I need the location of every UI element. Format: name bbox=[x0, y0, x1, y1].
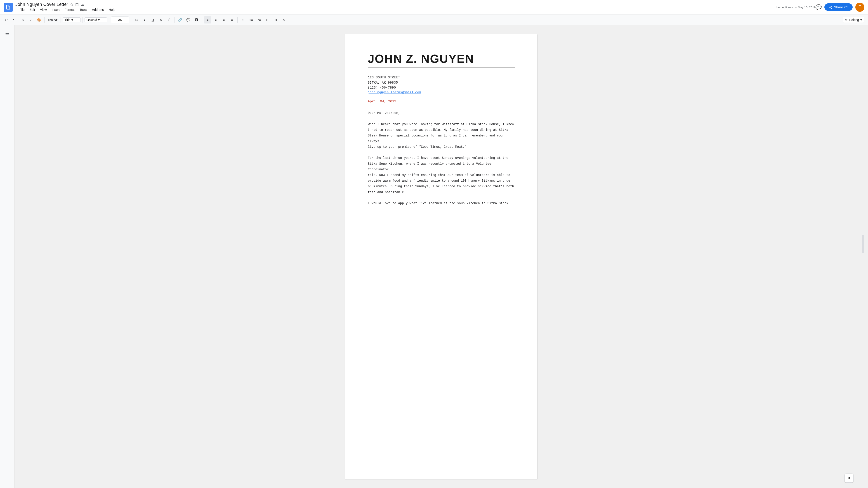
underline-button[interactable]: U bbox=[149, 16, 156, 24]
paint-format-button[interactable]: 🎨 bbox=[35, 16, 42, 24]
undo-button[interactable]: ↩ bbox=[3, 16, 10, 24]
editing-chevron: ▾ bbox=[860, 18, 862, 22]
share-label: Share bbox=[834, 5, 843, 9]
menu-bar: File Edit View Insert Format Tools Add-o… bbox=[17, 7, 118, 12]
menu-addons[interactable]: Add-ons bbox=[90, 7, 106, 12]
address-block: 123 SOUTH STREET SITKA, AK 99835 (123) 4… bbox=[368, 75, 515, 94]
title-icons: ☆ ⊡ ☁ bbox=[70, 2, 85, 7]
doc-title[interactable]: John Nguyen Cover Letter bbox=[16, 2, 68, 7]
doc-title-row: John Nguyen Cover Letter ☆ ⊡ ☁ bbox=[16, 2, 773, 7]
decrease-indent-button[interactable]: ⇤ bbox=[264, 16, 271, 24]
cloud-icon[interactable]: ☁ bbox=[81, 2, 85, 7]
paragraph-1: When I heard that you were looking for w… bbox=[368, 122, 515, 150]
menu-tools[interactable]: Tools bbox=[77, 7, 89, 12]
align-justify-button[interactable]: ≡ bbox=[228, 16, 236, 24]
toolbar-separator-3 bbox=[83, 17, 83, 23]
align-right-button[interactable]: ≡ bbox=[220, 16, 227, 24]
address-line-2: SITKA, AK 99835 bbox=[368, 80, 515, 85]
font-size-decrease[interactable]: − bbox=[111, 17, 117, 23]
zoom-value: 150% bbox=[48, 18, 56, 22]
print-button[interactable]: 🖨 bbox=[19, 16, 26, 24]
editing-mode-button[interactable]: ✏ Editing ▾ bbox=[843, 17, 864, 23]
outline-icon[interactable]: ☰ bbox=[3, 29, 11, 38]
toolbar-separator-1 bbox=[44, 17, 44, 23]
pencil-icon: ✏ bbox=[845, 18, 848, 22]
greeting-paragraph: Dear Ms. Jackson, bbox=[368, 110, 515, 116]
align-center-button[interactable]: ≡ bbox=[212, 16, 219, 24]
top-bar: John Nguyen Cover Letter ☆ ⊡ ☁ File Edit… bbox=[0, 0, 868, 14]
line-spacing-button[interactable]: ↕ bbox=[239, 16, 247, 24]
font-selector[interactable]: Oswald ▾ bbox=[85, 18, 107, 22]
style-value: Title bbox=[65, 18, 70, 22]
menu-edit[interactable]: Edit bbox=[27, 7, 37, 12]
align-left-button[interactable]: ≡ bbox=[204, 16, 211, 24]
font-size-area: − + bbox=[111, 17, 129, 23]
share-button[interactable]: Share 65 bbox=[825, 3, 852, 11]
address-line-1: 123 SOUTH STREET bbox=[368, 75, 515, 80]
document-page[interactable]: JOHN Z. NGUYEN 123 SOUTH STREET SITKA, A… bbox=[345, 34, 537, 479]
last-edit-area: Last edit was on May 10, 2019 bbox=[776, 5, 815, 9]
ai-icon: ✦ bbox=[847, 475, 851, 481]
font-size-increase[interactable]: + bbox=[123, 17, 129, 23]
paragraph-3: I would love to apply what I’ve learned … bbox=[368, 201, 515, 206]
sidebar: ☰ bbox=[0, 25, 14, 488]
highlight-button[interactable]: 🖊 bbox=[165, 16, 173, 24]
font-size-input[interactable] bbox=[117, 18, 123, 22]
numbered-list-button[interactable]: 1≡ bbox=[248, 16, 255, 24]
user-avatar[interactable]: T bbox=[855, 3, 864, 12]
ai-assistant-button[interactable]: ✦ bbox=[844, 474, 854, 483]
toolbar: ↩ ↪ 🖨 ✓ 🎨 150% ▾ Title ▾ Oswald ▾ − + B … bbox=[0, 14, 868, 25]
comment-icon[interactable]: 💬 bbox=[815, 4, 822, 10]
document-name: JOHN Z. NGUYEN bbox=[368, 53, 515, 65]
clear-format-button[interactable]: ✕ bbox=[280, 16, 287, 24]
folder-icon[interactable]: ⊡ bbox=[75, 2, 79, 7]
spellcheck-button[interactable]: ✓ bbox=[27, 16, 34, 24]
redo-button[interactable]: ↪ bbox=[11, 16, 18, 24]
toolbar-separator-5 bbox=[131, 17, 131, 23]
app-icon[interactable] bbox=[4, 3, 13, 12]
menu-format[interactable]: Format bbox=[62, 7, 77, 12]
bulleted-list-button[interactable]: •≡ bbox=[256, 16, 263, 24]
image-button[interactable]: 🖼 bbox=[193, 16, 200, 24]
toolbar-separator-4 bbox=[109, 17, 109, 23]
bold-button[interactable]: B bbox=[133, 16, 140, 24]
main-area: JOHN Z. NGUYEN 123 SOUTH STREET SITKA, A… bbox=[14, 25, 868, 488]
menu-help[interactable]: Help bbox=[106, 7, 118, 12]
style-selector[interactable]: Title ▾ bbox=[63, 18, 81, 22]
doc-title-area: John Nguyen Cover Letter ☆ ⊡ ☁ File Edit… bbox=[16, 2, 773, 12]
last-edit: Last edit was on May 10, 2019 bbox=[776, 6, 815, 9]
font-value: Oswald bbox=[87, 18, 97, 22]
text-color-button[interactable]: A bbox=[157, 16, 164, 24]
scroll-indicator[interactable] bbox=[862, 235, 864, 253]
style-chevron: ▾ bbox=[71, 18, 73, 22]
increase-indent-button[interactable]: ⇥ bbox=[272, 16, 279, 24]
font-chevron: ▾ bbox=[98, 18, 100, 22]
document-divider bbox=[368, 68, 515, 68]
user-initial: T bbox=[859, 5, 861, 9]
zoom-selector[interactable]: 150% ▾ bbox=[46, 18, 59, 22]
toolbar-separator-8 bbox=[237, 17, 238, 23]
header-right: 💬 Share 65 T bbox=[815, 3, 864, 12]
toolbar-separator-6 bbox=[175, 17, 175, 23]
menu-view[interactable]: View bbox=[38, 7, 49, 12]
toolbar-separator-7 bbox=[202, 17, 202, 23]
share-count: 65 bbox=[844, 5, 848, 9]
comment-add-button[interactable]: 💬 bbox=[185, 16, 192, 24]
paragraph-2: For the last three years, I have spent S… bbox=[368, 155, 515, 195]
star-icon[interactable]: ☆ bbox=[70, 2, 73, 7]
address-line-3: (123) 456-7890 bbox=[368, 85, 515, 90]
italic-button[interactable]: I bbox=[141, 16, 148, 24]
menu-file[interactable]: File bbox=[17, 7, 27, 12]
menu-insert[interactable]: Insert bbox=[50, 7, 62, 12]
document-date: April 04, 2019 bbox=[368, 100, 515, 103]
address-email[interactable]: john.nguyen.learns@gmail.com bbox=[368, 91, 421, 94]
zoom-chevron: ▾ bbox=[56, 18, 57, 22]
link-button[interactable]: 🔗 bbox=[177, 16, 184, 24]
editing-label: Editing bbox=[849, 18, 859, 22]
